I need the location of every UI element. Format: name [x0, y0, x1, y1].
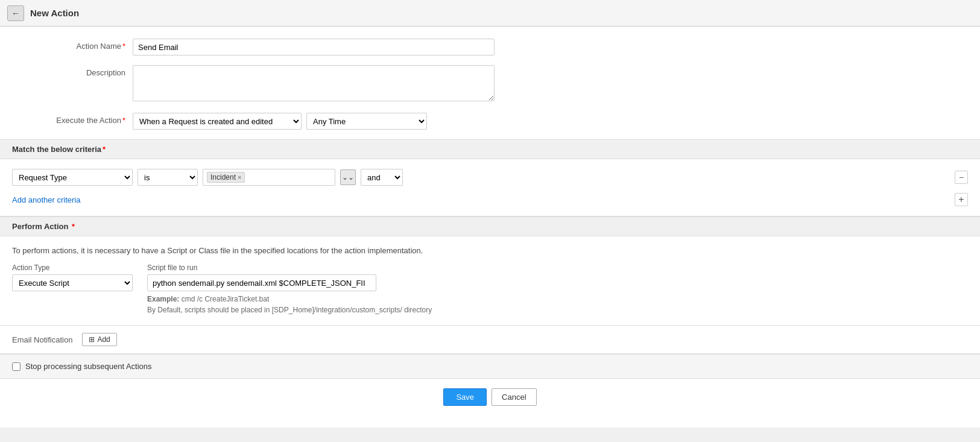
hint-example-label: Example: [147, 295, 179, 303]
criteria-operator-select[interactable]: is is not contains [138, 169, 198, 186]
execute-action-label: Execute the Action* [12, 113, 133, 125]
expand-icon: ⌄⌄ [342, 173, 354, 182]
execute-selects: When a Request is created and editedWhen… [133, 113, 495, 130]
hint-example-cmd: cmd /c CreateJiraTicket.bat [182, 295, 270, 303]
script-file-input[interactable] [147, 274, 376, 291]
email-notification-label: Email Notification [12, 335, 72, 344]
add-email-label: Add [97, 335, 110, 344]
required-star-execute: * [122, 116, 125, 125]
stop-processing-checkbox[interactable] [12, 362, 21, 371]
perform-description: To perform actions, it is necessary to h… [12, 246, 968, 255]
page-header: ← New Action [0, 0, 980, 27]
criteria-section-header: Match the below criteria* [0, 139, 980, 159]
minus-icon: − [959, 172, 964, 182]
criteria-area: Request Type Status Priority Category is… [0, 159, 980, 216]
hint-default-text: By Default, scripts should be placed in … [147, 306, 432, 314]
execute-time-select[interactable]: Any TimeDuring Business HoursOutside Bus… [306, 113, 427, 130]
action-name-field [133, 39, 495, 55]
back-icon: ← [11, 8, 20, 18]
stop-processing-area: Stop processing subsequent Actions [0, 354, 980, 379]
script-file-col: Script file to run Example: cmd /c Creat… [147, 264, 432, 315]
required-star: * [122, 42, 125, 51]
description-input[interactable] [133, 65, 495, 101]
execute-action-row: Execute the Action* When a Request is cr… [0, 113, 980, 130]
back-button[interactable]: ← [7, 5, 24, 21]
execute-action-field: When a Request is created and editedWhen… [133, 113, 495, 130]
criteria-field-select[interactable]: Request Type Status Priority Category [12, 169, 133, 186]
action-type-col: Action Type Execute Script Execute Class [12, 264, 133, 291]
plus-icon: + [958, 194, 964, 205]
description-label: Description [12, 65, 133, 77]
email-notification-area: Email Notification ⊞ Add [0, 326, 980, 354]
add-criteria-row: Add another criteria + [12, 193, 968, 206]
main-content: Action Name* Description Execute the Act… [0, 27, 980, 428]
action-name-input[interactable] [133, 39, 495, 55]
add-criteria-plus-button[interactable]: + [955, 193, 968, 206]
script-file-label: Script file to run [147, 264, 432, 272]
add-email-notification-button[interactable]: ⊞ Add [82, 333, 116, 346]
criteria-expand-button[interactable]: ⌄⌄ [340, 169, 356, 185]
description-row: Description [0, 65, 980, 103]
cancel-button[interactable]: Cancel [492, 388, 536, 406]
action-type-label: Action Type [12, 264, 133, 272]
criteria-row: Request Type Status Priority Category is… [12, 169, 968, 186]
criteria-tags-box: Incident × [203, 169, 335, 186]
criteria-tag: Incident × [207, 172, 245, 183]
criteria-logic-select[interactable]: and or [361, 169, 403, 186]
action-type-select[interactable]: Execute Script Execute Class [12, 274, 133, 291]
execute-when-select[interactable]: When a Request is created and editedWhen… [133, 113, 302, 130]
page-title: New Action [30, 8, 79, 18]
add-icon: ⊞ [89, 335, 95, 344]
footer-buttons: Save Cancel [0, 379, 980, 415]
perform-action-area: To perform actions, it is necessary to h… [0, 236, 980, 326]
script-hint: Example: cmd /c CreateJiraTicket.bat By … [147, 294, 432, 315]
criteria-remove-button[interactable]: − [955, 171, 968, 184]
description-field [133, 65, 495, 103]
action-name-label: Action Name* [12, 39, 133, 51]
criteria-required-star: * [103, 145, 106, 154]
perform-required-star: * [69, 222, 75, 231]
add-criteria-link[interactable]: Add another criteria [12, 195, 80, 204]
action-type-row: Action Type Execute Script Execute Class… [12, 264, 968, 315]
perform-action-section-header: Perform Action * [0, 216, 980, 236]
action-name-row: Action Name* [0, 39, 980, 55]
save-button[interactable]: Save [443, 388, 487, 406]
tag-close-icon[interactable]: × [238, 174, 241, 181]
tag-label: Incident [210, 173, 236, 182]
stop-processing-label: Stop processing subsequent Actions [25, 362, 152, 371]
